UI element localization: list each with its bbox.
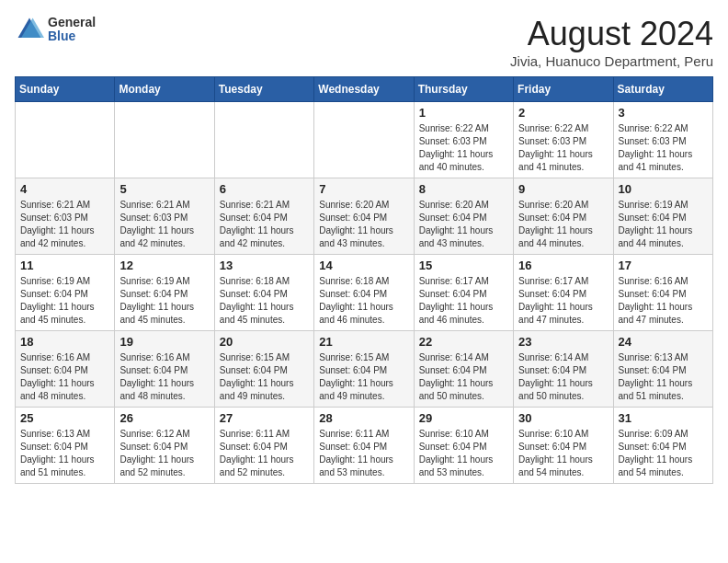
day-info: Sunrise: 6:10 AM Sunset: 6:04 PM Dayligh… bbox=[419, 428, 508, 479]
calendar-cell: 22Sunrise: 6:14 AM Sunset: 6:04 PM Dayli… bbox=[414, 331, 513, 408]
logo-general-text: General bbox=[48, 16, 96, 29]
day-info: Sunrise: 6:13 AM Sunset: 6:04 PM Dayligh… bbox=[619, 351, 708, 403]
header-row: SundayMondayTuesdayWednesdayThursdayFrid… bbox=[16, 77, 713, 102]
day-number: 29 bbox=[419, 411, 508, 425]
calendar-cell: 9Sunrise: 6:20 AM Sunset: 6:04 PM Daylig… bbox=[514, 178, 613, 255]
week-row-3: 11Sunrise: 6:19 AM Sunset: 6:04 PM Dayli… bbox=[16, 255, 713, 331]
day-info: Sunrise: 6:22 AM Sunset: 6:03 PM Dayligh… bbox=[619, 122, 708, 174]
calendar-cell: 14Sunrise: 6:18 AM Sunset: 6:04 PM Dayli… bbox=[314, 255, 414, 331]
calendar-cell: 11Sunrise: 6:19 AM Sunset: 6:04 PM Dayli… bbox=[16, 255, 115, 331]
month-title: August 2024 bbox=[510, 15, 713, 53]
day-number: 17 bbox=[619, 259, 708, 272]
calendar-cell: 23Sunrise: 6:14 AM Sunset: 6:04 PM Dayli… bbox=[514, 331, 613, 408]
day-info: Sunrise: 6:11 AM Sunset: 6:04 PM Dayligh… bbox=[220, 428, 309, 479]
day-info: Sunrise: 6:10 AM Sunset: 6:04 PM Dayligh… bbox=[518, 428, 608, 479]
calendar-cell: 6Sunrise: 6:21 AM Sunset: 6:04 PM Daylig… bbox=[214, 178, 313, 255]
calendar-cell bbox=[16, 102, 115, 178]
day-number: 20 bbox=[220, 335, 309, 349]
calendar-cell: 31Sunrise: 6:09 AM Sunset: 6:04 PM Dayli… bbox=[613, 408, 712, 484]
day-info: Sunrise: 6:22 AM Sunset: 6:03 PM Dayligh… bbox=[419, 122, 508, 174]
day-number: 2 bbox=[518, 106, 608, 120]
day-number: 9 bbox=[518, 182, 608, 196]
header-day-wednesday: Wednesday bbox=[314, 77, 414, 102]
day-info: Sunrise: 6:17 AM Sunset: 6:04 PM Dayligh… bbox=[518, 275, 608, 327]
day-number: 8 bbox=[419, 182, 508, 196]
day-info: Sunrise: 6:22 AM Sunset: 6:03 PM Dayligh… bbox=[518, 122, 608, 174]
day-number: 11 bbox=[20, 259, 109, 272]
calendar-cell: 2Sunrise: 6:22 AM Sunset: 6:03 PM Daylig… bbox=[514, 102, 613, 178]
day-number: 27 bbox=[220, 411, 309, 425]
header-day-tuesday: Tuesday bbox=[214, 77, 313, 102]
day-info: Sunrise: 6:21 AM Sunset: 6:04 PM Dayligh… bbox=[220, 199, 309, 250]
day-info: Sunrise: 6:20 AM Sunset: 6:04 PM Dayligh… bbox=[419, 199, 508, 250]
calendar-cell: 1Sunrise: 6:22 AM Sunset: 6:03 PM Daylig… bbox=[414, 102, 513, 178]
day-info: Sunrise: 6:15 AM Sunset: 6:04 PM Dayligh… bbox=[220, 351, 309, 403]
title-block: August 2024 Jivia, Huanuco Department, P… bbox=[510, 15, 713, 69]
day-info: Sunrise: 6:12 AM Sunset: 6:04 PM Dayligh… bbox=[119, 428, 209, 479]
header-day-thursday: Thursday bbox=[414, 77, 513, 102]
logo: General Blue bbox=[15, 15, 96, 44]
calendar-cell: 29Sunrise: 6:10 AM Sunset: 6:04 PM Dayli… bbox=[414, 408, 513, 484]
header-day-monday: Monday bbox=[115, 77, 214, 102]
header-day-friday: Friday bbox=[514, 77, 613, 102]
day-info: Sunrise: 6:20 AM Sunset: 6:04 PM Dayligh… bbox=[319, 199, 408, 250]
calendar-cell: 7Sunrise: 6:20 AM Sunset: 6:04 PM Daylig… bbox=[314, 178, 414, 255]
calendar-cell: 4Sunrise: 6:21 AM Sunset: 6:03 PM Daylig… bbox=[16, 178, 115, 255]
day-number: 18 bbox=[20, 335, 109, 349]
logo-text: General Blue bbox=[48, 16, 96, 44]
day-info: Sunrise: 6:09 AM Sunset: 6:04 PM Dayligh… bbox=[619, 428, 708, 479]
location-subtitle: Jivia, Huanuco Department, Peru bbox=[510, 53, 713, 69]
day-number: 19 bbox=[119, 335, 209, 349]
day-number: 22 bbox=[419, 335, 508, 349]
calendar-cell: 8Sunrise: 6:20 AM Sunset: 6:04 PM Daylig… bbox=[414, 178, 513, 255]
day-number: 21 bbox=[319, 335, 408, 349]
calendar-cell bbox=[214, 102, 313, 178]
day-info: Sunrise: 6:14 AM Sunset: 6:04 PM Dayligh… bbox=[518, 351, 608, 403]
day-number: 31 bbox=[619, 411, 708, 425]
day-number: 13 bbox=[220, 259, 309, 272]
day-number: 24 bbox=[619, 335, 708, 349]
calendar-cell: 12Sunrise: 6:19 AM Sunset: 6:04 PM Dayli… bbox=[115, 255, 214, 331]
day-number: 6 bbox=[220, 182, 309, 196]
day-info: Sunrise: 6:16 AM Sunset: 6:04 PM Dayligh… bbox=[20, 351, 109, 403]
day-number: 15 bbox=[419, 259, 508, 272]
calendar-cell: 28Sunrise: 6:11 AM Sunset: 6:04 PM Dayli… bbox=[314, 408, 414, 484]
calendar-cell: 27Sunrise: 6:11 AM Sunset: 6:04 PM Dayli… bbox=[214, 408, 313, 484]
day-info: Sunrise: 6:19 AM Sunset: 6:04 PM Dayligh… bbox=[619, 199, 708, 250]
day-info: Sunrise: 6:13 AM Sunset: 6:04 PM Dayligh… bbox=[20, 428, 109, 479]
calendar-cell: 20Sunrise: 6:15 AM Sunset: 6:04 PM Dayli… bbox=[214, 331, 313, 408]
calendar-cell: 13Sunrise: 6:18 AM Sunset: 6:04 PM Dayli… bbox=[214, 255, 313, 331]
day-info: Sunrise: 6:21 AM Sunset: 6:03 PM Dayligh… bbox=[119, 199, 209, 250]
day-info: Sunrise: 6:16 AM Sunset: 6:04 PM Dayligh… bbox=[119, 351, 209, 403]
header-day-saturday: Saturday bbox=[613, 77, 712, 102]
calendar-cell: 3Sunrise: 6:22 AM Sunset: 6:03 PM Daylig… bbox=[613, 102, 712, 178]
calendar-cell: 26Sunrise: 6:12 AM Sunset: 6:04 PM Dayli… bbox=[115, 408, 214, 484]
day-number: 1 bbox=[419, 106, 508, 120]
calendar-cell bbox=[115, 102, 214, 178]
week-row-1: 1Sunrise: 6:22 AM Sunset: 6:03 PM Daylig… bbox=[16, 102, 713, 178]
day-number: 7 bbox=[319, 182, 408, 196]
day-number: 26 bbox=[119, 411, 209, 425]
day-info: Sunrise: 6:15 AM Sunset: 6:04 PM Dayligh… bbox=[319, 351, 408, 403]
calendar-cell: 30Sunrise: 6:10 AM Sunset: 6:04 PM Dayli… bbox=[514, 408, 613, 484]
week-row-4: 18Sunrise: 6:16 AM Sunset: 6:04 PM Dayli… bbox=[16, 331, 713, 408]
day-info: Sunrise: 6:17 AM Sunset: 6:04 PM Dayligh… bbox=[419, 275, 508, 327]
calendar-cell: 16Sunrise: 6:17 AM Sunset: 6:04 PM Dayli… bbox=[514, 255, 613, 331]
day-number: 10 bbox=[619, 182, 708, 196]
day-number: 23 bbox=[518, 335, 608, 349]
day-number: 30 bbox=[518, 411, 608, 425]
day-number: 4 bbox=[20, 182, 109, 196]
page-header: General Blue August 2024 Jivia, Huanuco … bbox=[15, 15, 713, 69]
day-info: Sunrise: 6:18 AM Sunset: 6:04 PM Dayligh… bbox=[220, 275, 309, 327]
day-number: 14 bbox=[319, 259, 408, 272]
day-number: 12 bbox=[119, 259, 209, 272]
calendar-cell: 24Sunrise: 6:13 AM Sunset: 6:04 PM Dayli… bbox=[613, 331, 712, 408]
day-number: 5 bbox=[119, 182, 209, 196]
calendar-cell: 10Sunrise: 6:19 AM Sunset: 6:04 PM Dayli… bbox=[613, 178, 712, 255]
calendar-cell: 21Sunrise: 6:15 AM Sunset: 6:04 PM Dayli… bbox=[314, 331, 414, 408]
day-info: Sunrise: 6:19 AM Sunset: 6:04 PM Dayligh… bbox=[119, 275, 209, 327]
day-info: Sunrise: 6:16 AM Sunset: 6:04 PM Dayligh… bbox=[619, 275, 708, 327]
calendar-cell: 17Sunrise: 6:16 AM Sunset: 6:04 PM Dayli… bbox=[613, 255, 712, 331]
day-info: Sunrise: 6:11 AM Sunset: 6:04 PM Dayligh… bbox=[319, 428, 408, 479]
day-info: Sunrise: 6:20 AM Sunset: 6:04 PM Dayligh… bbox=[518, 199, 608, 250]
